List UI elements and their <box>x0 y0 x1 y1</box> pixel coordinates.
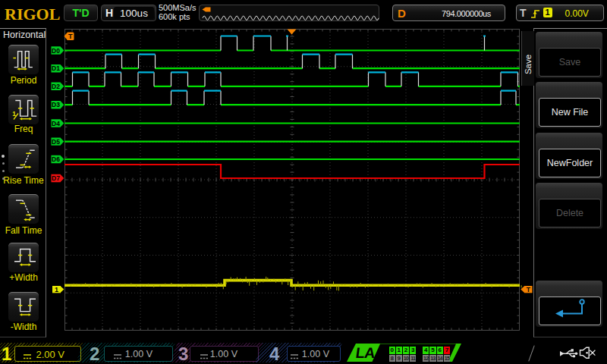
svg-text:D6: D6 <box>52 155 60 163</box>
svg-text:1: 1 <box>55 286 58 293</box>
svg-text:D7: D7 <box>52 174 60 182</box>
svg-text:D1: D1 <box>52 64 60 72</box>
svg-text:D0: D0 <box>52 47 60 55</box>
svg-text:D5: D5 <box>52 138 60 146</box>
svg-text:1: 1 <box>12 109 16 117</box>
svg-text:T: T <box>527 286 531 293</box>
svg-text:D2: D2 <box>52 83 60 90</box>
svg-text:D4: D4 <box>52 120 60 127</box>
svg-text:D3: D3 <box>52 101 60 108</box>
svg-text:T: T <box>68 33 73 40</box>
